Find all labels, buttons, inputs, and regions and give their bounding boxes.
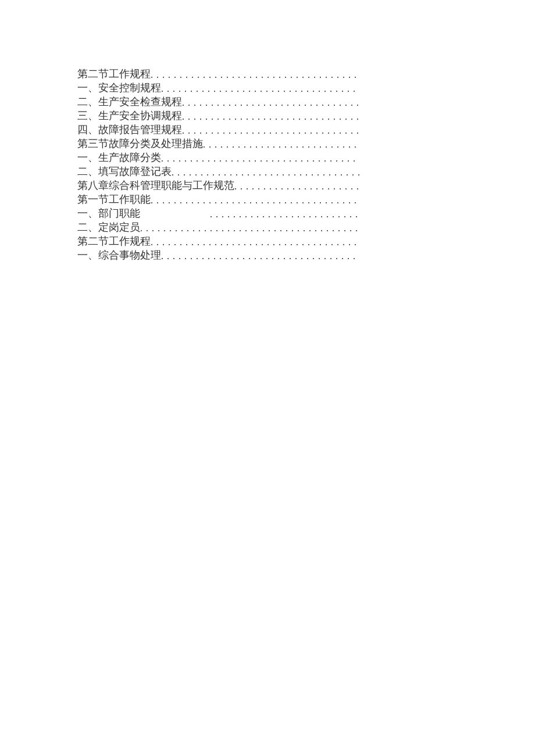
toc-text: 一、安全控制规程: [77, 81, 161, 95]
toc-entry: 一、部门职能: [77, 206, 359, 220]
toc-entry: 二、生产安全检查规程: [77, 95, 359, 109]
toc-leader-dots: [140, 223, 359, 234]
toc-entry: 二、定岗定员: [77, 220, 359, 234]
toc-text: 四、故障报告管理规程: [77, 123, 182, 137]
toc-entry: 第三节故障分类及处理措施: [77, 137, 359, 151]
toc-text: 一、部门职能: [77, 206, 140, 220]
toc-entry: 一、生产故障分类: [77, 151, 359, 164]
toc-leader-dots: [210, 209, 359, 220]
toc-leader-dots: [203, 139, 359, 150]
toc-entry: 第一节工作职能: [77, 192, 359, 206]
toc-text: 第一节工作职能: [77, 192, 151, 206]
toc-leader-dots: [161, 251, 359, 261]
toc-leader-dots: [151, 195, 359, 206]
toc-entry: 四、故障报告管理规程: [77, 123, 359, 137]
toc-entry: 一、综合事物处理: [77, 248, 359, 262]
toc-entry: 第二节工作规程: [77, 67, 359, 81]
toc-text: 一、生产故障分类: [77, 151, 161, 164]
toc-leader-dots: [182, 112, 359, 122]
table-of-contents: 第二节工作规程 一、安全控制规程 二、生产安全检查规程 三、生产安全协调规程 四…: [77, 67, 359, 262]
toc-leader-dots: [151, 70, 359, 80]
toc-text: 二、填写故障登记表: [77, 164, 172, 178]
toc-leader-dots: [161, 84, 359, 94]
toc-leader-dots: [182, 126, 359, 136]
toc-entry: 第八章综合科管理职能与工作规范: [77, 178, 359, 192]
toc-text: 一、综合事物处理: [77, 248, 161, 262]
toc-leader-dots: [172, 167, 359, 178]
toc-entry: 第二节工作规程: [77, 234, 359, 248]
toc-entry: 三、生产安全协调规程: [77, 109, 359, 123]
toc-text: 三、生产安全协调规程: [77, 109, 182, 123]
toc-text: 第二节工作规程: [77, 67, 151, 81]
toc-entry: 二、填写故障登记表: [77, 164, 359, 178]
toc-leader-dots: [151, 237, 359, 248]
toc-text: 第八章综合科管理职能与工作规范: [77, 178, 234, 192]
toc-text: 第三节故障分类及处理措施: [77, 137, 203, 151]
toc-entry: 一、安全控制规程: [77, 81, 359, 95]
toc-text: 第二节工作规程: [77, 234, 151, 248]
toc-leader-dots: [234, 181, 359, 192]
toc-leader-dots: [161, 153, 359, 164]
toc-text: 二、生产安全检查规程: [77, 95, 182, 109]
toc-text: 二、定岗定员: [77, 220, 140, 234]
toc-leader-dots: [182, 98, 359, 108]
